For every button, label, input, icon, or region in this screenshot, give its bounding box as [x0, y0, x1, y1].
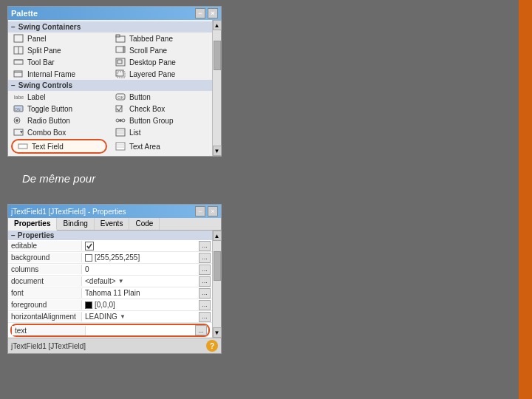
svg-text:label: label	[14, 95, 24, 100]
controls-row-3: Radio Button Button Group	[8, 115, 212, 126]
list-icon	[115, 127, 126, 137]
properties-footer: jTextField1 [JTextField] ?	[8, 338, 221, 353]
svg-rect-34	[116, 143, 125, 150]
swing-controls-label: Swing Controls	[18, 81, 72, 89]
prop-row-background: background [255,255,255] …	[8, 252, 212, 264]
label-icon: label	[13, 92, 24, 102]
prop-key-text: text	[12, 326, 86, 335]
prop-btn-editable[interactable]: …	[199, 241, 211, 251]
palette-item-list[interactable]: List	[110, 126, 212, 138]
palette-item-layered-pane[interactable]: Layered Pane	[110, 68, 212, 80]
text-area-icon	[115, 141, 126, 151]
palette-item-checkbox[interactable]: Check Box	[110, 103, 212, 115]
containers-row-1: Panel Tabbed Pane	[8, 33, 212, 44]
prop-btn-foreground[interactable]: …	[199, 300, 211, 310]
palette-item-split-pane[interactable]: Split Pane	[8, 44, 110, 56]
palette-item-button[interactable]: OK Button	[110, 91, 212, 103]
prop-row-foreground: foreground [0,0,0] …	[8, 299, 212, 311]
svg-rect-30	[116, 129, 125, 136]
text-field-icon	[17, 141, 29, 151]
prop-value-text[interactable]	[86, 330, 195, 331]
prop-key-font: font	[8, 288, 82, 298]
palette-scroll-up[interactable]: ▲	[213, 20, 222, 30]
prop-btn-halign[interactable]: …	[199, 312, 211, 322]
palette-item-combo-box[interactable]: Combo Box	[8, 126, 110, 138]
palette-close-button[interactable]: ×	[208, 8, 218, 18]
props-scroll-up[interactable]: ▲	[213, 231, 222, 241]
tab-properties[interactable]: Properties	[8, 218, 57, 231]
palette-item-panel[interactable]: Panel	[8, 33, 110, 44]
palette-item-button-group[interactable]: Button Group	[110, 115, 212, 126]
palette-item-radio-button[interactable]: Radio Button	[8, 115, 110, 126]
props-scrollbar-thumb[interactable]	[214, 251, 221, 281]
prop-btn-text[interactable]: …	[195, 325, 207, 335]
palette-item-internal-frame[interactable]: Internal Frame	[8, 68, 110, 80]
desktop-pane-label: Desktop Pane	[129, 58, 176, 66]
prop-row-editable: editable …	[8, 240, 212, 252]
columns-value: 0	[85, 265, 89, 273]
desktop-pane-icon	[115, 57, 126, 67]
palette-item-toggle-button[interactable]: ON Toggle Button	[8, 103, 110, 115]
prop-btn-font[interactable]: …	[199, 288, 211, 299]
split-pane-icon	[13, 45, 24, 55]
swing-containers-header: Swing Containers	[8, 21, 212, 33]
label-label: Label	[27, 93, 45, 101]
svg-rect-33	[18, 144, 27, 149]
palette-item-label[interactable]: label Label	[8, 91, 110, 103]
main-container: Palette − × Swing Containers	[0, 0, 532, 399]
properties-close-button[interactable]: ×	[208, 206, 218, 216]
palette-titlebar: Palette − ×	[8, 7, 221, 20]
prop-btn-columns[interactable]: …	[199, 265, 211, 275]
palette-body: Swing Containers Panel	[8, 20, 221, 156]
tabbed-pane-label: Tabbed Pane	[129, 35, 173, 43]
foreground-value: [0,0,0]	[95, 301, 115, 309]
properties-scrollbar[interactable]: ▲ ▼	[212, 231, 221, 338]
text-area-label: Text Area	[129, 143, 160, 151]
palette-item-desktop-pane[interactable]: Desktop Pane	[110, 56, 212, 68]
combo-box-icon	[13, 127, 24, 137]
tab-binding[interactable]: Binding	[57, 218, 94, 230]
background-value: [255,255,255]	[95, 253, 140, 262]
prop-row-columns: columns 0 …	[8, 264, 212, 276]
palette-scroll-down[interactable]: ▼	[213, 146, 222, 156]
prop-key-halign: horizontalAlignment	[8, 312, 82, 321]
prop-key-document: document	[8, 276, 82, 286]
properties-titlebar: jTextField1 [JTextField] - Properties − …	[8, 205, 221, 218]
palette-item-text-area[interactable]: Text Area	[110, 138, 212, 154]
properties-window: jTextField1 [JTextField] - Properties − …	[7, 204, 222, 354]
scroll-pane-icon	[115, 45, 126, 55]
props-scroll-down[interactable]: ▼	[213, 327, 222, 338]
prop-row-halign: horizontalAlignment LEADING ▼ …	[8, 311, 212, 323]
properties-title: jTextField1 [JTextField] - Properties	[11, 208, 126, 216]
svg-point-27	[122, 119, 125, 122]
tab-events[interactable]: Events	[95, 218, 130, 230]
palette-pin-button[interactable]: −	[195, 8, 205, 18]
properties-pin-button[interactable]: −	[195, 206, 205, 216]
controls-row-2: ON Toggle Button Check Box	[8, 103, 212, 115]
help-button[interactable]: ?	[206, 340, 218, 352]
prop-value-foreground: [0,0,0]	[82, 300, 199, 310]
combo-box-label: Combo Box	[27, 129, 66, 137]
halign-dropdown-arrow[interactable]: ▼	[120, 313, 126, 320]
tab-code[interactable]: Code	[129, 218, 160, 230]
palette-item-scroll-pane[interactable]: Scroll Pane	[110, 44, 212, 56]
palette-items-area: Swing Containers Panel	[8, 20, 212, 156]
toggle-button-icon: ON	[13, 103, 24, 114]
text-field-label: Text Field	[32, 143, 64, 151]
prop-key-editable: editable	[8, 241, 82, 250]
palette-scrollbar[interactable]: ▲ ▼	[212, 20, 221, 156]
svg-line-21	[117, 109, 119, 111]
palette-item-tabbed-pane[interactable]: Tabbed Pane	[110, 33, 212, 44]
editable-checkbox[interactable]	[85, 242, 94, 250]
toolbar-label: Tool Bar	[27, 58, 55, 66]
palette-item-toolbar[interactable]: Tool Bar	[8, 56, 110, 68]
prop-btn-document[interactable]: …	[199, 276, 211, 287]
prop-btn-background[interactable]: …	[199, 253, 211, 263]
svg-point-25	[116, 119, 119, 122]
document-dropdown-arrow[interactable]: ▼	[118, 278, 124, 284]
palette-scrollbar-thumb[interactable]	[214, 41, 221, 70]
palette-content: Swing Containers Panel	[8, 20, 212, 156]
svg-point-24	[16, 119, 18, 122]
svg-text:OK: OK	[117, 95, 124, 100]
palette-item-text-field[interactable]: Text Field	[11, 139, 107, 154]
